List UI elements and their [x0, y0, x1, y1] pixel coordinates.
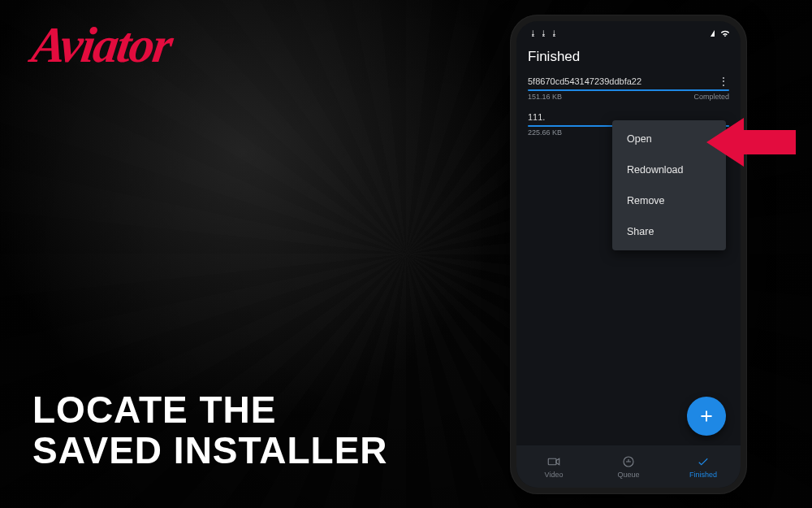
caption-text: LOCATE THE SAVED INSTALLER — [32, 389, 388, 471]
dl-down-icon: ⭳ — [529, 29, 537, 37]
nav-item-queue[interactable]: Queue — [591, 445, 666, 488]
download-item[interactable]: 5f8670cd543147239ddbfa22 ⋮ 151.16 KB Com… — [516, 73, 741, 109]
nav-item-video[interactable]: Video — [516, 445, 591, 488]
download-size: 151.16 KB — [528, 93, 562, 101]
page-title: Finished — [516, 42, 741, 73]
nav-label: Queue — [617, 471, 639, 479]
download-name: 5f8670cd543147239ddbfa22 — [528, 76, 641, 86]
nav-label: Video — [545, 471, 564, 479]
svg-rect-0 — [548, 458, 556, 465]
dl-down-icon: ⭳ — [540, 29, 547, 37]
progress-bar — [528, 89, 729, 91]
add-button[interactable] — [687, 397, 726, 436]
caption-line-1: LOCATE THE — [32, 389, 388, 431]
queue-icon — [621, 454, 636, 469]
download-status: Completed — [693, 93, 729, 101]
wifi-icon — [719, 28, 731, 39]
signal-icon — [710, 30, 715, 37]
check-icon — [696, 454, 710, 469]
plus-icon — [698, 408, 715, 424]
phone-screen: ⭳ ⭳ ⭳ Finished 5f8670cd543147239ddbfa22 … — [516, 21, 741, 488]
phone-frame: ⭳ ⭳ ⭳ Finished 5f8670cd543147239ddbfa22 … — [510, 15, 747, 494]
caption-line-2: SAVED INSTALLER — [32, 430, 388, 471]
nav-label: Finished — [689, 471, 717, 479]
bottom-nav: Video Queue Finished — [516, 445, 741, 488]
download-size: 225.66 KB — [528, 128, 562, 137]
status-bar: ⭳ ⭳ ⭳ — [516, 21, 741, 42]
status-left: ⭳ ⭳ ⭳ — [526, 29, 558, 37]
menu-item-remove[interactable]: Remove — [612, 185, 726, 216]
download-name: 111. — [528, 112, 545, 122]
dl-down-icon: ⭳ — [551, 29, 558, 37]
svg-marker-2 — [706, 118, 796, 167]
status-right — [710, 28, 731, 39]
menu-item-share[interactable]: Share — [612, 216, 726, 247]
brand-logo: Aviator — [28, 16, 175, 74]
video-icon — [546, 454, 561, 469]
callout-arrow-icon — [706, 114, 796, 171]
nav-item-finished[interactable]: Finished — [666, 445, 741, 488]
kebab-icon[interactable]: ⋮ — [718, 77, 729, 85]
